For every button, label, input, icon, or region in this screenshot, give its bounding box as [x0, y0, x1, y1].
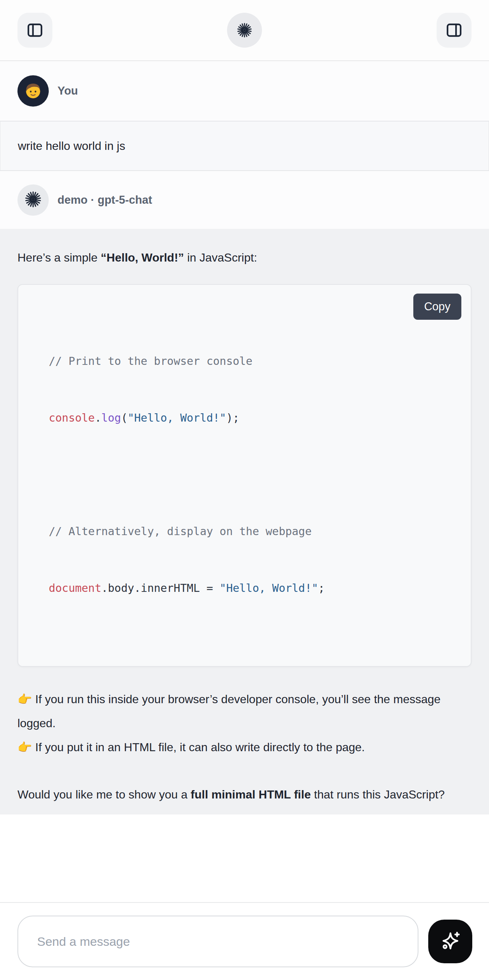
code-token: console [49, 411, 95, 424]
code-line-blank [49, 465, 453, 484]
code-block-card: Copy // Print to the browser console con… [18, 284, 471, 667]
user-message-text: write hello world in js [18, 139, 125, 153]
assistant-message-header: demo · gpt-5-chat [0, 171, 489, 229]
user-author-label: You [57, 84, 78, 97]
panel-left-icon [26, 21, 44, 39]
code-token: ); [226, 411, 239, 424]
person-avatar-icon [23, 80, 43, 102]
question-text: Would you like me to show you a [18, 788, 191, 801]
code-token: .body.innerHTML = [102, 582, 220, 594]
assistant-avatar [18, 185, 49, 216]
send-button[interactable] [428, 920, 472, 963]
code-line: // Print to the browser console [49, 352, 453, 371]
model-logo-button[interactable] [227, 13, 262, 48]
starburst-icon [237, 22, 252, 38]
code-line: // Alternatively, display on the webpage [49, 522, 453, 541]
code-block: // Print to the browser console console.… [49, 314, 453, 635]
right-panel-toggle-button[interactable] [436, 13, 471, 48]
assistant-author-label: demo · gpt-5-chat [57, 194, 152, 207]
panel-right-icon [445, 21, 463, 39]
code-token: log [102, 411, 121, 424]
question-text-after: that runs this JavaScript? [311, 788, 444, 801]
code-line: console.log("Hello, World!"); [49, 409, 453, 428]
message-input[interactable] [18, 916, 419, 967]
note-line-html: 👉 If you put it in an HTML file, it can … [18, 735, 471, 759]
user-message-bubble: write hello world in js [0, 121, 489, 171]
copy-code-button[interactable]: Copy [413, 294, 461, 320]
code-token: // Alternatively, display on the webpage [49, 525, 311, 538]
code-token: . [95, 411, 101, 424]
sparkle-icon [438, 929, 462, 954]
note-line-console: 👉 If you run this inside your browser’s … [18, 687, 471, 735]
empty-scroll-area [0, 815, 489, 902]
code-token: "Hello, World!" [128, 411, 226, 424]
code-token: // Print to the browser console [49, 355, 253, 368]
user-message-header: You [0, 61, 489, 121]
question-bold-text: full minimal HTML file [191, 788, 311, 801]
assistant-notes-paragraph: 👉 If you run this inside your browser’s … [18, 687, 471, 759]
top-bar [0, 0, 489, 61]
code-token: document [49, 582, 102, 594]
code-line: document.body.innerHTML = "Hello, World!… [49, 579, 453, 598]
starburst-icon [25, 191, 41, 209]
sidebar-toggle-button[interactable] [18, 13, 53, 48]
composer-bar [0, 902, 489, 980]
code-token: "Hello, World!" [220, 582, 319, 594]
code-token: ( [121, 411, 128, 424]
code-token: ; [319, 582, 325, 594]
assistant-intro-paragraph: Here’s a simple “Hello, World!” in JavaS… [18, 245, 471, 270]
user-avatar [18, 75, 49, 107]
assistant-message-body: Here’s a simple “Hello, World!” in JavaS… [0, 229, 489, 815]
assistant-question-paragraph: Would you like me to show you a full min… [18, 783, 471, 807]
intro-text-after: in JavaScript: [184, 251, 257, 264]
intro-text: Here’s a simple [18, 251, 101, 264]
intro-bold-text: “Hello, World!” [101, 251, 184, 264]
